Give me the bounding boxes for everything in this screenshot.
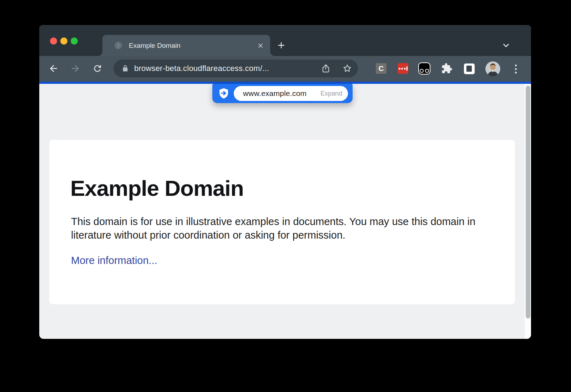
- extensions-puzzle-icon[interactable]: [441, 63, 453, 74]
- isolated-domain-pill[interactable]: www.example.com Expand: [234, 86, 348, 101]
- scrollbar-thumb[interactable]: [526, 86, 530, 319]
- page-heading: Example Domain: [70, 175, 244, 201]
- more-information-link[interactable]: More information...: [71, 255, 157, 266]
- expand-button[interactable]: Expand: [320, 90, 342, 97]
- zoom-window-button[interactable]: [71, 37, 78, 45]
- new-tab-button[interactable]: [275, 39, 288, 52]
- scrollbar-track[interactable]: [525, 84, 531, 339]
- address-bar[interactable]: browser-beta.cloudflareaccess.com/...: [113, 60, 358, 77]
- extension-c-icon[interactable]: C: [376, 63, 386, 74]
- lock-icon[interactable]: [121, 65, 129, 72]
- side-panel-icon[interactable]: [464, 63, 475, 74]
- tab-search-chevron-icon[interactable]: [500, 39, 512, 52]
- back-button[interactable]: [47, 62, 60, 75]
- shield-arrow-icon: [218, 87, 230, 100]
- isolation-pill: www.example.com Expand: [212, 84, 353, 103]
- lastpass-extension-icon[interactable]: [398, 63, 408, 74]
- binoculars-extension-icon[interactable]: [418, 62, 430, 75]
- isolated-domain-text: www.example.com: [243, 89, 320, 98]
- browser-menu-icon[interactable]: [510, 62, 521, 76]
- bookmark-star-icon[interactable]: [342, 63, 352, 73]
- tab-strip: Example Domain: [39, 25, 531, 56]
- minimize-window-button[interactable]: [60, 37, 67, 45]
- tab-close-icon[interactable]: [256, 41, 265, 50]
- toolbar: browser-beta.cloudflareaccess.com/... C: [39, 56, 531, 82]
- close-window-button[interactable]: [50, 37, 57, 45]
- tab-title: Example Domain: [129, 35, 181, 56]
- browser-tab[interactable]: Example Domain: [102, 35, 270, 56]
- profile-avatar[interactable]: [485, 61, 500, 76]
- share-icon[interactable]: [321, 63, 331, 73]
- browser-window: Example Domain browser-beta.cloudflareac: [39, 25, 531, 339]
- globe-favicon-icon: [114, 41, 123, 50]
- url-text: browser-beta.cloudflareaccess.com/...: [134, 60, 269, 77]
- page-paragraph: This domain is for use in illustrative e…: [71, 215, 481, 242]
- page-content-card: Example Domain This domain is for use in…: [49, 140, 515, 304]
- reload-button[interactable]: [91, 62, 104, 75]
- forward-button[interactable]: [69, 62, 82, 75]
- traffic-lights: [50, 37, 78, 45]
